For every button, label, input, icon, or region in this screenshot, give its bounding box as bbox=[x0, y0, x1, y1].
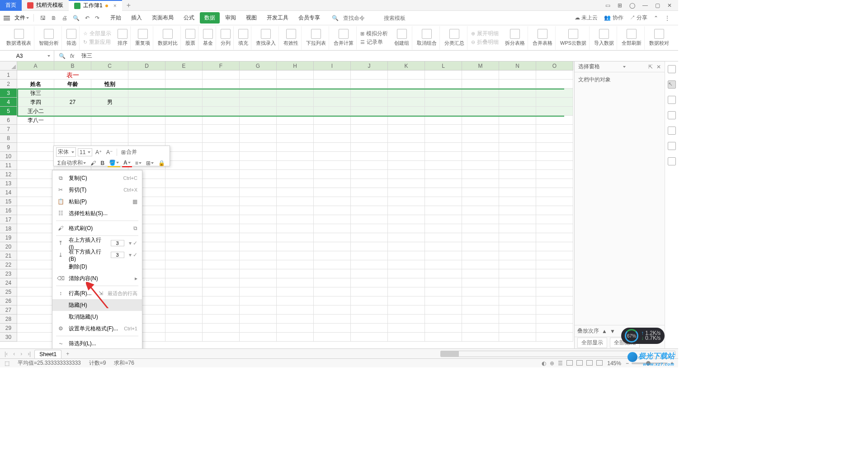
cell[interactable] bbox=[203, 89, 240, 98]
cell[interactable] bbox=[499, 116, 536, 125]
tab-close-icon[interactable]: × bbox=[113, 3, 117, 9]
chevron-down-icon[interactable] bbox=[47, 55, 50, 57]
mt-shrink-font-icon[interactable]: A⁻ bbox=[105, 149, 114, 156]
row-header-4[interactable]: 4 bbox=[0, 98, 17, 107]
cell[interactable] bbox=[388, 179, 425, 188]
cell[interactable] bbox=[17, 296, 54, 306]
smart-icon[interactable] bbox=[44, 29, 54, 39]
cell[interactable] bbox=[462, 333, 499, 342]
cell[interactable] bbox=[277, 89, 314, 98]
cell[interactable] bbox=[240, 125, 277, 134]
cell[interactable] bbox=[351, 296, 388, 306]
ribbon-tab-formula[interactable]: 公式 bbox=[179, 12, 199, 24]
col-header-A[interactable]: A bbox=[17, 61, 54, 70]
cell[interactable] bbox=[351, 260, 388, 269]
cell[interactable] bbox=[203, 134, 240, 143]
fx-search-icon[interactable]: 🔍 bbox=[59, 53, 66, 59]
cell[interactable] bbox=[425, 278, 462, 287]
cell[interactable] bbox=[462, 197, 499, 206]
cell[interactable] bbox=[314, 324, 351, 333]
cell[interactable] bbox=[499, 143, 536, 152]
view-pagelayout-icon[interactable] bbox=[576, 360, 583, 366]
col-header-F[interactable]: F bbox=[203, 61, 240, 70]
cell[interactable] bbox=[499, 242, 536, 251]
cell[interactable] bbox=[536, 116, 573, 125]
cell[interactable] bbox=[203, 179, 240, 188]
cell[interactable] bbox=[165, 260, 203, 269]
sim[interactable]: ⊞ 模拟分析 bbox=[360, 30, 388, 38]
cell[interactable] bbox=[462, 134, 499, 143]
side-backup-icon[interactable] bbox=[668, 142, 676, 150]
row-header-16[interactable]: 16 bbox=[0, 206, 17, 215]
cell[interactable] bbox=[17, 242, 54, 251]
cell[interactable] bbox=[462, 242, 499, 251]
cell[interactable] bbox=[17, 188, 54, 197]
cell[interactable] bbox=[165, 89, 203, 98]
cell[interactable] bbox=[314, 260, 351, 269]
cell[interactable] bbox=[17, 287, 54, 296]
pane-pin-icon[interactable]: ⇱ bbox=[648, 64, 653, 70]
cell[interactable] bbox=[499, 215, 536, 224]
cell[interactable] bbox=[54, 125, 91, 134]
cell[interactable] bbox=[240, 251, 277, 260]
cell[interactable] bbox=[277, 260, 314, 269]
cell[interactable] bbox=[128, 70, 165, 80]
cell[interactable] bbox=[499, 188, 536, 197]
cell[interactable] bbox=[351, 89, 388, 98]
cell[interactable] bbox=[165, 224, 203, 233]
cell[interactable] bbox=[388, 152, 425, 161]
select-all-corner[interactable] bbox=[0, 61, 17, 70]
cell[interactable] bbox=[499, 134, 536, 143]
sb-extra1-icon[interactable]: ◐ bbox=[542, 360, 546, 367]
cell[interactable] bbox=[388, 242, 425, 251]
cell[interactable] bbox=[388, 161, 425, 170]
cell[interactable] bbox=[351, 233, 388, 242]
cell[interactable] bbox=[425, 306, 462, 315]
cell[interactable] bbox=[462, 251, 499, 260]
ctx-hide[interactable]: 隐藏(H) bbox=[52, 299, 142, 311]
cell[interactable] bbox=[425, 152, 462, 161]
cell[interactable] bbox=[462, 152, 499, 161]
cell[interactable] bbox=[54, 134, 91, 143]
cell[interactable] bbox=[165, 143, 203, 152]
cell[interactable] bbox=[351, 170, 388, 179]
cell[interactable] bbox=[351, 306, 388, 315]
fund-icon[interactable] bbox=[203, 29, 213, 39]
cell[interactable] bbox=[388, 107, 425, 116]
cell[interactable] bbox=[240, 98, 277, 107]
cell[interactable] bbox=[499, 260, 536, 269]
cell[interactable] bbox=[128, 125, 165, 134]
cell[interactable] bbox=[240, 233, 277, 242]
sheet-add-icon[interactable]: + bbox=[63, 351, 72, 357]
cell[interactable] bbox=[462, 306, 499, 315]
cell[interactable] bbox=[314, 89, 351, 98]
pane-down-icon[interactable]: ▼ bbox=[610, 328, 615, 334]
cell[interactable] bbox=[351, 242, 388, 251]
cell[interactable] bbox=[314, 197, 351, 206]
cell[interactable] bbox=[240, 260, 277, 269]
cell[interactable] bbox=[314, 98, 351, 107]
cell[interactable] bbox=[314, 80, 351, 89]
cell[interactable] bbox=[128, 116, 165, 125]
cell[interactable] bbox=[165, 70, 203, 80]
cell[interactable] bbox=[499, 287, 536, 296]
row-header-5[interactable]: 5 bbox=[0, 107, 17, 116]
cell[interactable] bbox=[91, 89, 128, 98]
cell[interactable] bbox=[499, 315, 536, 324]
cell[interactable] bbox=[425, 251, 462, 260]
cell[interactable] bbox=[388, 306, 425, 315]
cell[interactable] bbox=[314, 70, 351, 80]
cell[interactable] bbox=[388, 260, 425, 269]
cell[interactable] bbox=[203, 215, 240, 224]
cell[interactable] bbox=[165, 179, 203, 188]
consol-icon[interactable] bbox=[339, 29, 349, 39]
cell[interactable] bbox=[388, 333, 425, 342]
layout-icon[interactable]: ▭ bbox=[605, 2, 610, 9]
cell[interactable] bbox=[462, 188, 499, 197]
sheet-next-icon[interactable]: › bbox=[19, 351, 24, 357]
cell[interactable] bbox=[314, 233, 351, 242]
cell[interactable] bbox=[165, 116, 203, 125]
cell[interactable] bbox=[425, 134, 462, 143]
cell[interactable] bbox=[240, 179, 277, 188]
cell[interactable] bbox=[240, 278, 277, 287]
